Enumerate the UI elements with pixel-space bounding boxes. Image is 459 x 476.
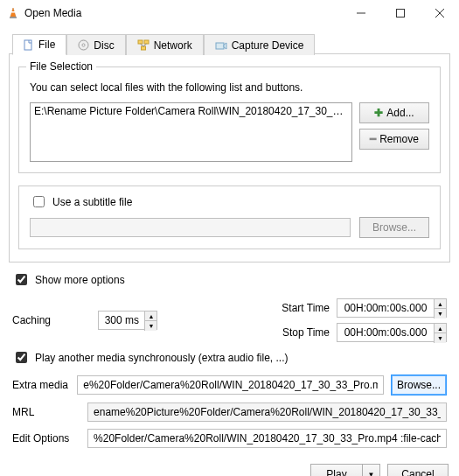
footer: Play ▼ Cancel xyxy=(0,455,459,476)
edit-options-input[interactable] xyxy=(87,429,447,448)
disc-icon xyxy=(78,39,89,51)
extra-media-label: Extra media xyxy=(12,379,70,391)
tab-panel-file: File Selection You can select local file… xyxy=(9,53,450,262)
tab-label: Network xyxy=(154,39,192,52)
svg-rect-2 xyxy=(10,17,17,18)
file-selection-group: File Selection You can select local file… xyxy=(18,66,441,173)
spinner-up[interactable]: ▲ xyxy=(434,324,446,333)
svg-rect-1 xyxy=(11,11,15,13)
svg-rect-4 xyxy=(396,10,404,18)
mrl-label: MRL xyxy=(12,406,80,418)
start-time-label: Start Time xyxy=(273,302,330,314)
file-icon xyxy=(24,39,34,51)
play-dropdown[interactable]: ▼ xyxy=(363,464,380,476)
spinner-down[interactable]: ▼ xyxy=(144,321,156,331)
close-button[interactable] xyxy=(420,0,459,26)
stop-time-spinner[interactable]: ▲▼ xyxy=(337,323,447,342)
caching-spinner[interactable]: ▲▼ xyxy=(98,311,157,330)
caching-input[interactable] xyxy=(99,312,144,329)
show-more-label: Show more options xyxy=(35,274,125,286)
start-time-spinner[interactable]: ▲▼ xyxy=(337,298,447,318)
tab-label: Disc xyxy=(94,39,114,52)
mrl-input[interactable] xyxy=(87,402,447,422)
tab-disc[interactable]: Disc xyxy=(66,34,125,55)
plus-icon: ✚ xyxy=(374,108,383,118)
stop-time-label: Stop Time xyxy=(273,326,330,339)
show-more-checkbox[interactable] xyxy=(16,274,27,285)
maximize-button[interactable] xyxy=(380,0,420,26)
svg-rect-12 xyxy=(141,46,145,50)
extra-media-browse-button[interactable]: Browse... xyxy=(391,374,447,396)
use-subtitle-label: Use a subtitle file xyxy=(52,196,132,208)
subtitle-browse-button: Browse... xyxy=(359,217,429,238)
tab-network[interactable]: Network xyxy=(126,34,204,55)
tab-label: File xyxy=(38,38,55,51)
tab-file[interactable]: File xyxy=(12,34,66,55)
spinner-down[interactable]: ▼ xyxy=(434,333,446,343)
play-another-checkbox[interactable] xyxy=(16,352,27,363)
extra-media-input[interactable] xyxy=(77,375,384,395)
svg-point-9 xyxy=(82,44,85,46)
file-list-item[interactable]: E:\Rename Picture Folder\Camera Roll\WIN… xyxy=(34,105,348,117)
capture-icon xyxy=(215,40,227,51)
subtitle-path-input xyxy=(30,218,351,237)
svg-rect-11 xyxy=(144,40,149,44)
play-split-button[interactable]: Play ▼ xyxy=(310,464,380,476)
svg-rect-10 xyxy=(138,40,143,44)
add-button[interactable]: ✚ Add... xyxy=(359,102,429,123)
edit-options-label: Edit Options xyxy=(12,432,80,444)
spinner-up[interactable]: ▲ xyxy=(144,312,156,321)
play-another-label: Play another media synchronously (extra … xyxy=(35,352,288,364)
spinner-down[interactable]: ▼ xyxy=(434,309,446,318)
tab-label: Capture Device xyxy=(232,39,304,52)
titlebar: Open Media xyxy=(0,0,459,26)
file-list[interactable]: E:\Rename Picture Folder\Camera Roll\WIN… xyxy=(30,102,352,162)
tabs: File Disc Network Capture Device xyxy=(12,34,450,55)
options-area: Show more options Caching ▲▼ Start Time … xyxy=(9,271,450,448)
window-title: Open Media xyxy=(24,7,341,19)
svg-rect-15 xyxy=(216,43,224,49)
caching-label: Caching xyxy=(12,314,95,326)
network-icon xyxy=(137,39,150,51)
stop-time-input[interactable] xyxy=(337,324,434,341)
play-button[interactable]: Play xyxy=(310,464,363,476)
use-subtitle-checkbox[interactable] xyxy=(33,196,45,207)
svg-rect-7 xyxy=(24,40,31,50)
spinner-up[interactable]: ▲ xyxy=(434,299,446,309)
minimize-button[interactable] xyxy=(341,0,380,26)
tab-capture[interactable]: Capture Device xyxy=(204,34,316,55)
minus-icon: ━ xyxy=(370,134,376,144)
cancel-button[interactable]: Cancel xyxy=(387,464,449,476)
subtitle-group: Use a subtitle file Browse... xyxy=(18,186,441,249)
file-selection-hint: You can select local files with the foll… xyxy=(30,81,429,94)
start-time-input[interactable] xyxy=(337,299,434,317)
app-icon xyxy=(7,7,19,19)
chevron-down-icon: ▼ xyxy=(368,471,375,477)
remove-button[interactable]: ━ Remove xyxy=(359,129,429,150)
group-legend: File Selection xyxy=(26,60,96,73)
